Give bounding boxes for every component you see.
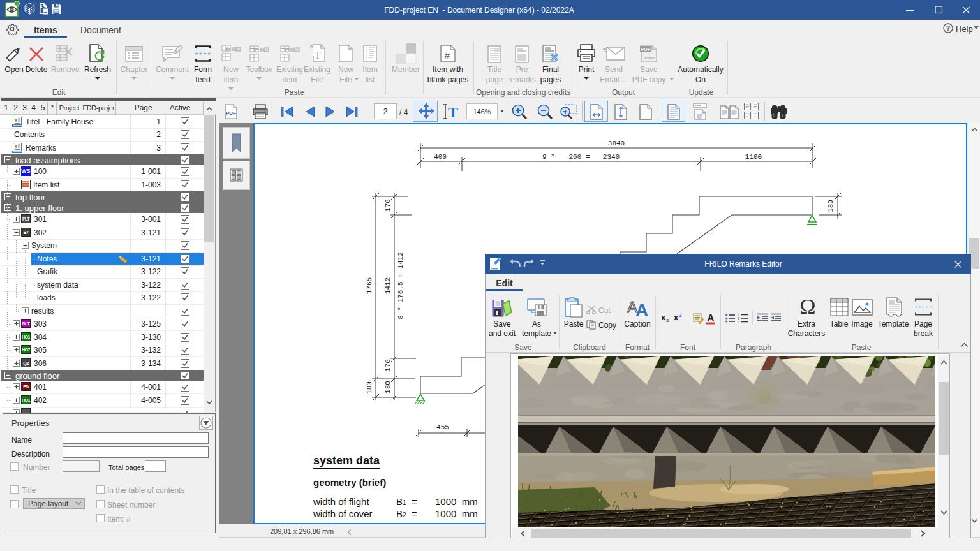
svg-text:180: 180 bbox=[366, 381, 373, 394]
svg-text:400: 400 bbox=[434, 153, 447, 161]
svg-text:2: 2 bbox=[666, 318, 669, 323]
svg-text:8 * 176.5 = 1412: 8 * 176.5 = 1412 bbox=[397, 252, 405, 320]
svg-text:PDF: PDF bbox=[226, 110, 236, 116]
svg-text:x: x bbox=[661, 314, 666, 322]
svg-text:1765: 1765 bbox=[366, 277, 373, 294]
svg-text:T: T bbox=[315, 49, 322, 61]
svg-text:180: 180 bbox=[384, 381, 392, 393]
svg-text:?: ? bbox=[946, 24, 951, 32]
svg-text:A: A bbox=[708, 312, 715, 323]
svg-text:455: 455 bbox=[436, 423, 449, 431]
svg-text:3: 3 bbox=[738, 320, 740, 324]
svg-text:1412: 1412 bbox=[384, 277, 392, 294]
svg-text:2340: 2340 bbox=[603, 153, 620, 161]
svg-text:Ω: Ω bbox=[799, 296, 815, 318]
svg-text:2: 2 bbox=[679, 312, 682, 318]
svg-text:x: x bbox=[674, 312, 679, 322]
svg-text:PDF: PDF bbox=[641, 47, 651, 52]
svg-text:176: 176 bbox=[384, 359, 392, 372]
svg-text:T: T bbox=[448, 104, 458, 120]
svg-text:3840: 3840 bbox=[608, 140, 625, 147]
svg-text:180: 180 bbox=[827, 200, 835, 212]
svg-text:#: # bbox=[445, 50, 450, 61]
svg-text:260 =: 260 = bbox=[568, 153, 590, 161]
svg-text:A: A bbox=[635, 300, 648, 318]
svg-text:1100: 1100 bbox=[745, 153, 762, 161]
svg-text:9 *: 9 * bbox=[542, 153, 555, 161]
svg-text:Adobe: Adobe bbox=[643, 55, 655, 61]
svg-text:176: 176 bbox=[384, 199, 392, 212]
